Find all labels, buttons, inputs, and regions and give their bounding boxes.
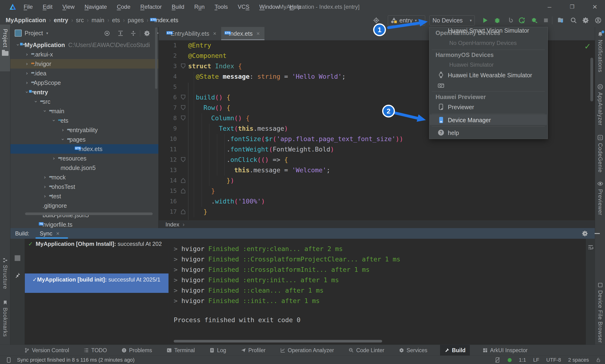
- expand-all-icon[interactable]: [117, 30, 124, 37]
- sidebar-item-previewer[interactable]: Previewer: [595, 181, 605, 215]
- fold-marker[interactable]: [181, 95, 185, 100]
- tree-item-pages[interactable]: ›pages: [10, 135, 158, 144]
- sidebar-item-notifications[interactable]: Notifications: [595, 31, 605, 72]
- menu-code[interactable]: Code: [114, 3, 133, 11]
- search-icon[interactable]: [569, 16, 578, 24]
- debug-button[interactable]: [493, 16, 501, 24]
- menu-file[interactable]: File: [20, 3, 36, 11]
- tab-sync[interactable]: Sync: [40, 230, 52, 237]
- tree-chevron[interactable]: ›: [41, 172, 49, 182]
- inspections-ok-icon[interactable]: ✓: [584, 42, 591, 51]
- tool-version-control[interactable]: Version Control: [23, 345, 71, 356]
- breadcrumb-pages[interactable]: pages: [128, 17, 144, 24]
- restore-button[interactable]: ❐: [563, 0, 581, 13]
- sidebar-item-project[interactable]: Project: [0, 25, 10, 71]
- collapse-all-icon[interactable]: [130, 30, 137, 37]
- fold-marker[interactable]: [181, 209, 185, 214]
- editor-scrollbar[interactable]: [590, 58, 593, 101]
- tool-arkui-inspector[interactable]: ArkUI Inspector: [481, 345, 530, 356]
- menu-refactor[interactable]: Refactor: [137, 3, 165, 11]
- close-icon[interactable]: ×: [56, 230, 59, 237]
- breadcrumb-struct[interactable]: Index: [166, 221, 179, 228]
- build-node-ohpm[interactable]: ✓ MyApplication [Ohpm Install]: successf…: [25, 239, 168, 250]
- tool-terminal[interactable]: Terminal: [165, 345, 197, 356]
- chevron-down-icon[interactable]: ▾: [46, 31, 48, 36]
- pin-icon[interactable]: [14, 272, 21, 278]
- menu-view[interactable]: View: [59, 3, 78, 11]
- run-button[interactable]: [481, 16, 489, 24]
- tab-index[interactable]: ETS Index.ets ×: [221, 27, 264, 40]
- divider[interactable]: [168, 239, 169, 345]
- menu-vcs[interactable]: VCS: [234, 3, 253, 11]
- menu-item-lite-wearable-simulator[interactable]: Huawei Lite Wearable Simulator: [448, 72, 532, 79]
- tree-chevron[interactable]: ›: [23, 50, 31, 59]
- tree-chevron[interactable]: ›: [23, 59, 31, 68]
- no-device-icon[interactable]: [494, 357, 501, 363]
- menu-edit[interactable]: Edit: [39, 3, 56, 11]
- tree-item-entryability[interactable]: ›entryability: [10, 125, 158, 135]
- select-opened-file-icon[interactable]: [104, 30, 110, 37]
- caret-position[interactable]: 1:1: [519, 357, 526, 363]
- tree-item-index-ets[interactable]: ›ETSIndex.ets: [10, 144, 158, 154]
- tree-item-myapplication[interactable]: ›MyApplicationC:\Users\EAWAC\DevEcoStudi: [10, 40, 158, 50]
- breadcrumb-main[interactable]: main: [91, 17, 104, 24]
- tree-item-build-profile-json5[interactable]: ›{}build-profile.json5: [10, 210, 158, 220]
- menu-item-previewer[interactable]: Previewer: [448, 104, 474, 111]
- tree-chevron[interactable]: ›: [50, 154, 58, 163]
- fold-marker[interactable]: [181, 188, 185, 193]
- sidebar-item-appanalyzer[interactable]: AppAnalyzer: [595, 84, 605, 126]
- tree-item-ets[interactable]: ›ets: [10, 116, 158, 125]
- sidebar-item-device-file-browser[interactable]: Device File Browser: [595, 282, 605, 343]
- tree-item-test[interactable]: ›test: [10, 192, 158, 201]
- tree-chevron[interactable]: ›: [58, 135, 68, 144]
- tree-chevron[interactable]: ›: [40, 107, 50, 115]
- project-panel-title[interactable]: Project: [25, 30, 43, 37]
- tree-chevron[interactable]: ›: [41, 182, 49, 192]
- minimize-button[interactable]: –: [541, 0, 558, 13]
- build-steps-list[interactable]: ✓ MyApplication [Ohpm Install]: successf…: [25, 239, 168, 345]
- close-button[interactable]: ×: [586, 0, 604, 13]
- tool-operation-analyzer[interactable]: Operation Analyzer: [278, 345, 336, 356]
- tree-item--gitignore[interactable]: ›⊘.gitignore: [10, 201, 158, 210]
- sidebar-item-bookmarks[interactable]: Bookmarks: [0, 300, 10, 337]
- rerun-icon[interactable]: [518, 16, 526, 24]
- build-node-init-selected[interactable]: ✓ MyApplication [build init]: successful…: [25, 273, 168, 293]
- tool-code-linter[interactable]: Code Linter: [347, 345, 386, 356]
- tree-chevron[interactable]: ›: [49, 116, 59, 125]
- debug-restart-icon[interactable]: [530, 16, 539, 24]
- tree-item-src[interactable]: ›src: [10, 97, 158, 106]
- menu-run[interactable]: Run: [191, 3, 208, 11]
- fold-marker[interactable]: [181, 116, 185, 120]
- tree-item--arkui-x[interactable]: ›.arkui-x: [10, 50, 158, 59]
- tree-chevron[interactable]: ›: [31, 97, 41, 106]
- tree-item-entry[interactable]: ›entry: [10, 88, 158, 97]
- menu-item-device-manager[interactable]: Device Manager: [448, 117, 491, 124]
- tool-problems[interactable]: Problems: [120, 345, 154, 356]
- tool-build[interactable]: Build: [440, 345, 470, 356]
- hide-panel-icon[interactable]: [595, 233, 600, 234]
- tool-services[interactable]: Services: [397, 345, 429, 356]
- menu-item-help[interactable]: help: [448, 130, 459, 136]
- fold-marker[interactable]: [181, 157, 185, 162]
- breadcrumb-ets[interactable]: ets: [112, 17, 120, 24]
- project-tree[interactable]: ›MyApplicationC:\Users\EAWAC\DevEcoStudi…: [10, 40, 158, 228]
- menu-navigate[interactable]: Navigate: [81, 3, 110, 11]
- tree-item--idea[interactable]: ›.idea: [10, 68, 158, 78]
- sidebar-item-structure[interactable]: Structure: [0, 257, 10, 289]
- tree-item-mock[interactable]: ›mock: [10, 172, 158, 182]
- build-console[interactable]: > hvigor Finished :entry:clean... after …: [174, 244, 586, 343]
- menu-tools[interactable]: Tools: [211, 3, 231, 11]
- gear-icon[interactable]: [582, 16, 590, 24]
- tab-entryability[interactable]: ETS EntryAbility.ets ×: [163, 27, 221, 40]
- close-icon[interactable]: ×: [213, 30, 216, 37]
- tree-item-main[interactable]: ›main: [10, 106, 158, 116]
- line-separator[interactable]: LF: [533, 357, 539, 363]
- menu-build[interactable]: Build: [168, 3, 188, 11]
- locate-icon[interactable]: [372, 16, 380, 24]
- run-configuration-selector[interactable]: entry ▾: [388, 15, 425, 26]
- tree-item-resources[interactable]: ›resources: [10, 154, 158, 163]
- tree-item-ohostest[interactable]: ›ohosTest: [10, 182, 158, 192]
- fold-marker[interactable]: [181, 178, 185, 183]
- tree-item-appscope[interactable]: ›AppScope: [10, 78, 158, 88]
- indent-setting[interactable]: 2 spaces: [568, 357, 589, 363]
